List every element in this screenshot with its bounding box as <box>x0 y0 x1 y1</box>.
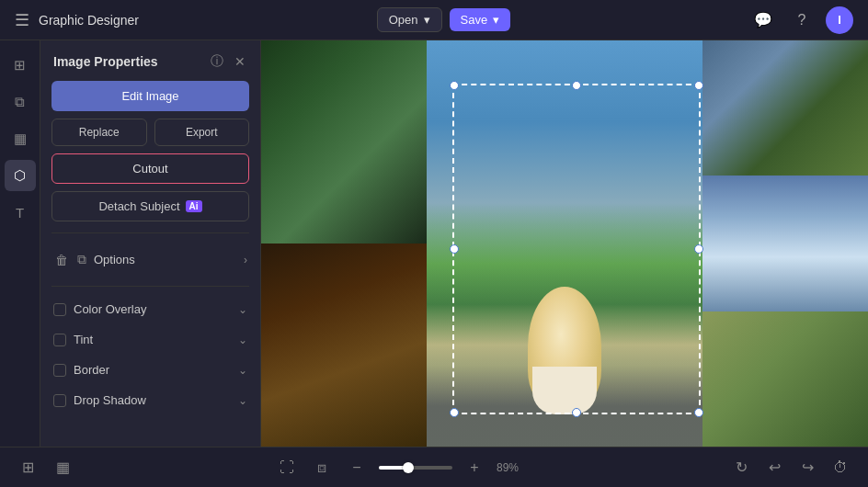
main-area: ⊞ ⧉ ▦ ⬡ T Image Properties ⓘ ✕ Edit Imag… <box>0 40 868 447</box>
bottom-right: ↻ ↩ ↪ ⏱ <box>728 455 853 481</box>
handle-bottom-center[interactable] <box>572 408 581 417</box>
canvas-area[interactable] <box>261 40 868 447</box>
panel-body: Edit Image Replace Export Cutout Detach … <box>40 81 260 423</box>
chevron-down-icon[interactable]: ⌄ <box>238 334 247 346</box>
color-overlay-checkbox[interactable] <box>53 303 66 316</box>
checkbox-left: Drop Shadow <box>53 393 146 407</box>
selection-box <box>452 84 701 414</box>
left-column <box>261 40 427 447</box>
handle-bottom-right[interactable] <box>694 408 703 417</box>
photo-food <box>261 244 427 447</box>
menu-icon[interactable]: ☰ <box>15 10 29 30</box>
border-label: Border <box>74 363 109 377</box>
app-title: Graphic Designer <box>39 13 139 28</box>
chevron-down-icon[interactable]: ⌄ <box>238 394 247 407</box>
options-row: 🗑 ⧉ Options › <box>51 244 249 275</box>
panel-header-icons: ⓘ ✕ <box>209 51 247 72</box>
color-overlay-row: Color Overlay ⌄ <box>51 298 249 321</box>
crop-icon[interactable]: ⧈ <box>309 455 335 481</box>
border-row: Border ⌄ <box>51 358 249 381</box>
replace-button[interactable]: Replace <box>51 119 147 146</box>
photo-bison <box>702 40 868 176</box>
handle-top-left[interactable] <box>450 81 459 90</box>
open-button[interactable]: Open ▾ <box>377 7 442 32</box>
chevron-down-icon[interactable]: ⌄ <box>238 364 247 377</box>
photo-clouds <box>702 176 868 311</box>
handle-top-center[interactable] <box>572 81 581 90</box>
refresh-icon[interactable]: ↻ <box>728 455 754 481</box>
tint-checkbox[interactable] <box>53 334 66 346</box>
layers-view-icon[interactable]: ⊞ <box>15 455 40 481</box>
detach-subject-button[interactable]: Detach Subject Ai <box>51 191 249 221</box>
chevron-right-icon: › <box>244 254 247 266</box>
photo-salad <box>702 311 868 447</box>
checkbox-left: Tint <box>53 333 93 346</box>
left-toolbar: ⊞ ⧉ ▦ ⬡ T <box>0 40 40 447</box>
image-properties-panel: Image Properties ⓘ ✕ Edit Image Replace … <box>40 40 261 447</box>
ai-badge: Ai <box>186 200 202 212</box>
history-icon[interactable]: ⏱ <box>828 455 853 481</box>
handle-bottom-left[interactable] <box>450 408 459 417</box>
bottom-left: ⊞ ▦ <box>15 455 75 481</box>
topbar-right: 💬 ? I <box>748 6 853 35</box>
export-button[interactable]: Export <box>154 119 250 146</box>
handle-top-right[interactable] <box>694 81 703 90</box>
comments-icon[interactable]: 💬 <box>748 6 778 35</box>
text-icon[interactable]: T <box>5 197 36 228</box>
checkbox-left: Color Overlay <box>53 302 146 316</box>
help-icon[interactable]: ? <box>787 6 817 35</box>
border-checkbox[interactable] <box>53 364 66 377</box>
zoom-slider[interactable] <box>379 466 452 470</box>
options-row-left: 🗑 ⧉ Options <box>53 250 135 269</box>
tint-row: Tint ⌄ <box>51 328 249 351</box>
save-button[interactable]: Save ▾ <box>450 8 511 31</box>
zoom-out-button[interactable]: − <box>344 455 370 481</box>
edit-image-button[interactable]: Edit Image <box>51 81 249 111</box>
sliders-icon[interactable]: ⧉ <box>5 86 36 118</box>
fit-screen-icon[interactable]: ⛶ <box>274 455 300 481</box>
undo-icon[interactable]: ↩ <box>761 455 787 481</box>
info-icon[interactable]: ⓘ <box>209 51 225 72</box>
bottom-bar: ⊞ ▦ ⛶ ⧈ − + 89% ↻ ↩ ↪ ⏱ <box>0 447 868 487</box>
divider <box>51 232 249 233</box>
cutout-button[interactable]: Cutout <box>51 153 249 184</box>
collage-background <box>261 40 868 447</box>
checkbox-left: Border <box>53 363 109 377</box>
divider2 <box>51 286 249 287</box>
chevron-down-icon: ▾ <box>424 13 430 27</box>
center-column <box>427 40 702 447</box>
layers-icon[interactable]: ⊞ <box>5 50 36 81</box>
grid-icon[interactable]: ▦ <box>5 123 36 154</box>
avatar[interactable]: I <box>826 6 853 34</box>
zoom-in-button[interactable]: + <box>462 455 487 481</box>
redo-icon[interactable]: ↪ <box>794 455 820 481</box>
topbar-left: ☰ Graphic Designer <box>15 10 139 30</box>
bottom-center: ⛶ ⧈ − + 89% <box>274 455 530 481</box>
topbar-center: Open ▾ Save ▾ <box>377 7 510 32</box>
replace-export-row: Replace Export <box>51 119 249 146</box>
grid-view-icon[interactable]: ▦ <box>50 455 75 481</box>
zoom-slider-thumb[interactable] <box>403 462 414 473</box>
drop-shadow-checkbox[interactable] <box>53 394 66 407</box>
trash-icon[interactable]: 🗑 <box>53 251 70 269</box>
panel-title: Image Properties <box>53 54 158 69</box>
duplicate-icon[interactable]: ⧉ <box>75 250 88 269</box>
close-icon[interactable]: ✕ <box>233 52 247 71</box>
chevron-down-icon[interactable]: ⌄ <box>238 303 247 316</box>
zoom-percent: 89% <box>497 461 530 474</box>
photo-trees <box>261 40 427 244</box>
color-overlay-label: Color Overlay <box>74 302 146 316</box>
panel-header: Image Properties ⓘ ✕ <box>40 40 260 81</box>
right-column <box>702 40 868 447</box>
drop-shadow-row: Drop Shadow ⌄ <box>51 389 249 412</box>
handle-middle-right[interactable] <box>694 244 703 254</box>
options-label: Options <box>94 253 135 266</box>
elements-icon[interactable]: ⬡ <box>5 160 36 191</box>
chevron-down-icon: ▾ <box>493 13 499 27</box>
drop-shadow-label: Drop Shadow <box>74 393 146 407</box>
tint-label: Tint <box>74 333 93 346</box>
topbar: ☰ Graphic Designer Open ▾ Save ▾ 💬 ? I <box>0 0 868 40</box>
handle-middle-left[interactable] <box>450 244 459 254</box>
